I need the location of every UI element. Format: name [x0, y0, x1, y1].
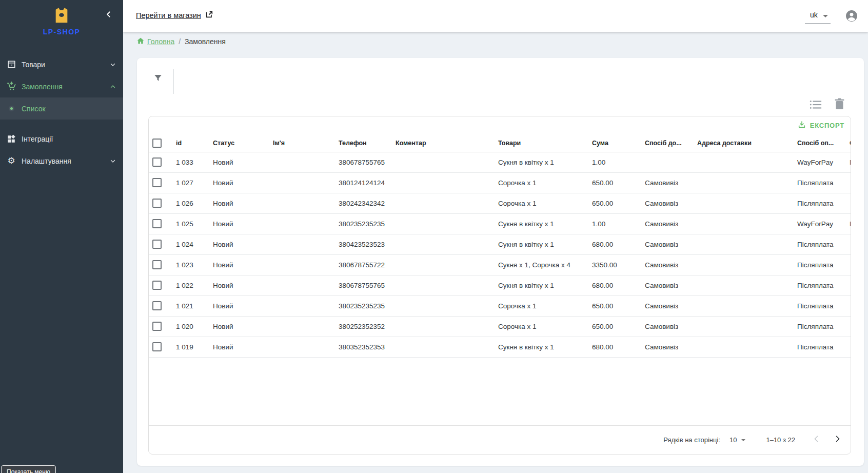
table-row[interactable]: 1 033 Новий 380678755765 Сукня в квітку … [149, 152, 851, 172]
column-header-status[interactable]: Статус [207, 134, 267, 152]
table-row[interactable]: 1 021 Новий 380235235235 Сорочка x 1 650… [149, 295, 851, 316]
go-to-store-link[interactable]: Перейти в магазин [136, 10, 213, 20]
sidebar-subitem-orders-list[interactable]: Список [0, 97, 123, 120]
cell-name [267, 172, 332, 193]
sidebar-item-products[interactable]: Товари [0, 53, 123, 75]
language-value: uk [810, 11, 818, 19]
row-checkbox[interactable] [152, 219, 162, 228]
cell-id: 1 021 [170, 295, 207, 316]
go-to-store-label: Перейти в магазин [136, 11, 201, 19]
column-header-id[interactable]: id [170, 134, 207, 152]
cell-sum: 650.00 [586, 193, 639, 213]
cell-comment [389, 234, 492, 254]
cell-comment [389, 275, 492, 295]
select-all-checkbox[interactable] [152, 139, 162, 148]
cell-delivery: Самовивіз [639, 295, 691, 316]
cell-payment: WayForPay [791, 213, 843, 234]
cell-comment [389, 193, 492, 213]
cell-sum: 650.00 [586, 172, 639, 193]
table-toolbar: ЕКСПОРТ [149, 116, 851, 134]
cell-pay-status [843, 316, 851, 337]
export-button[interactable]: ЕКСПОРТ [798, 121, 844, 130]
cell-sum: 680.00 [586, 275, 639, 295]
column-header-name[interactable]: Ім'я [267, 134, 332, 152]
cell-pay-status [843, 275, 851, 295]
cell-address [691, 172, 791, 193]
column-header-delivery[interactable]: Спосіб до... [639, 134, 691, 152]
sidebar-item-label: Налаштування [22, 157, 106, 165]
row-checkbox[interactable] [152, 301, 162, 310]
column-header-phone[interactable]: Телефон [332, 134, 389, 152]
cell-name [267, 152, 332, 172]
orders-table-card: ЕКСПОРТ id [148, 116, 851, 455]
table-row[interactable]: 1 026 Новий 380242342342 Сорочка x 1 650… [149, 193, 851, 213]
breadcrumb-home-link[interactable]: Головна [137, 37, 174, 46]
active-bullet-icon [2, 106, 21, 111]
cell-address [691, 316, 791, 337]
row-checkbox[interactable] [152, 178, 162, 187]
table-row[interactable]: 1 024 Новий 380423523523 Сукня в квітку … [149, 234, 851, 254]
delete-selected-button[interactable] [835, 98, 845, 110]
cell-payment: Післяплата [791, 193, 843, 213]
app-logo[interactable]: LP-SHOP [0, 7, 123, 36]
caret-down-icon [741, 439, 745, 441]
column-header-pay-status[interactable]: Ст [843, 134, 851, 152]
row-checkbox[interactable] [152, 260, 162, 269]
cell-products: Сукня x 1, Сорочка x 4 [492, 254, 586, 275]
cell-phone: 380235235235 [332, 213, 389, 234]
table-header-row: id Статус Ім'я Телефон Коментар Товари С… [149, 134, 851, 152]
column-header-sum[interactable]: Сума [586, 134, 639, 152]
cell-name [267, 234, 332, 254]
cell-status: Новий [207, 152, 267, 172]
table-row[interactable]: 1 022 Новий 380678755765 Сукня в квітку … [149, 275, 851, 295]
column-header-address[interactable]: Адреса доставки [691, 134, 791, 152]
cell-address [691, 234, 791, 254]
cell-payment: Післяплата [791, 295, 843, 316]
rows-per-page-select[interactable]: 10 [729, 436, 745, 444]
add-shopping-cart-icon [2, 82, 21, 91]
chevron-up-icon [106, 84, 116, 90]
column-header-products[interactable]: Товари [492, 134, 586, 152]
row-checkbox[interactable] [152, 199, 162, 208]
orders-panel: ЕКСПОРТ id [137, 58, 864, 466]
row-checkbox[interactable] [152, 281, 162, 290]
cell-name [267, 316, 332, 337]
cell-address [691, 337, 791, 357]
sidebar-item-orders[interactable]: Замовлення [0, 75, 123, 97]
cell-phone: 380678755722 [332, 254, 389, 275]
table-row[interactable]: 1 019 Новий 380352352353 Сукня в квітку … [149, 337, 851, 357]
cell-name [267, 213, 332, 234]
row-checkbox[interactable] [152, 240, 162, 249]
column-header-payment[interactable]: Спосіб оп... [791, 134, 843, 152]
next-page-button[interactable] [834, 435, 841, 445]
language-select[interactable]: uk [805, 8, 831, 24]
cell-payment: Післяплата [791, 316, 843, 337]
column-settings-button[interactable] [810, 99, 822, 110]
cell-products: Сорочка x 1 [492, 172, 586, 193]
show-menu-tooltip: Показать меню [1, 465, 56, 473]
table-row[interactable]: 1 027 Новий 380124124124 Сорочка x 1 650… [149, 172, 851, 193]
cell-name [267, 275, 332, 295]
cell-payment: Післяплата [791, 337, 843, 357]
cell-phone: 380678755765 [332, 275, 389, 295]
breadcrumb-current: Замовлення [185, 37, 226, 46]
previous-page-button[interactable] [813, 435, 820, 445]
sidebar-item-label: Замовлення [22, 83, 106, 91]
cell-status: Новий [207, 254, 267, 275]
table-row[interactable]: 1 025 Новий 380235235235 Сукня в квітку … [149, 213, 851, 234]
row-checkbox[interactable] [152, 157, 162, 167]
filter-button[interactable] [151, 72, 165, 86]
sidebar-subitem-label: Список [22, 105, 46, 113]
table-empty-space [149, 358, 851, 426]
row-checkbox[interactable] [152, 322, 162, 331]
user-avatar[interactable] [845, 10, 858, 22]
row-checkbox[interactable] [152, 342, 162, 351]
table-row[interactable]: 1 020 Новий 380252352352 Сорочка x 1 650… [149, 316, 851, 337]
sidebar-item-settings[interactable]: ⚙ Налаштування [0, 150, 123, 172]
column-header-comment[interactable]: Коментар [389, 134, 492, 152]
cell-products: Сукня в квітку x 1 [492, 213, 586, 234]
sidebar-item-integrations[interactable]: Інтеграції [0, 128, 123, 150]
cell-sum: 1.00 [586, 213, 639, 234]
table-row[interactable]: 1 023 Новий 380678755722 Сукня x 1, Соро… [149, 254, 851, 275]
cell-status: Новий [207, 275, 267, 295]
